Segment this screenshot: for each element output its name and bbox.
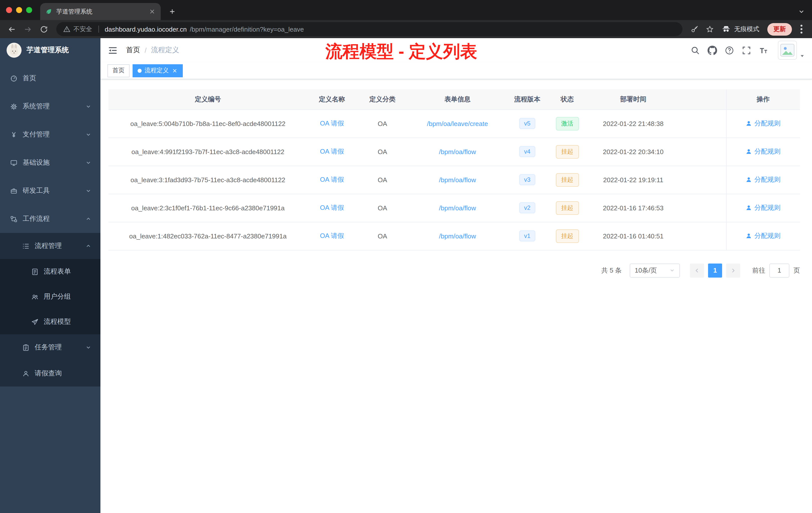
incognito-badge: 无痕模式	[722, 25, 759, 34]
avatar-caret-down-icon[interactable]	[800, 53, 805, 59]
sidebar-item-process-form[interactable]: 流程表单	[0, 259, 100, 284]
tab-search-chevron-icon[interactable]	[798, 8, 805, 15]
version-badge: v4	[519, 146, 535, 157]
navbar-actions	[691, 41, 805, 60]
tag-active-dot	[138, 68, 142, 72]
window-close-button[interactable]	[6, 7, 12, 13]
chevron-up-icon	[85, 243, 91, 249]
form-info-link[interactable]: /bpm/oa/leave/create	[427, 120, 488, 127]
sidebar-item-dev-tools[interactable]: 研发工具	[0, 177, 100, 205]
reload-icon	[39, 25, 48, 33]
version-badge: v5	[519, 118, 535, 129]
url-host: dashboard.yudao.iocoder.cn	[105, 25, 187, 33]
page-size-select[interactable]: 10条/页	[630, 263, 680, 277]
page-content: 定义编号定义名称定义分类表单信息流程版本状态部署时间操作 oa_leave:5:…	[100, 79, 812, 513]
definition-name-link[interactable]: OA 请假	[320, 204, 344, 211]
sidebar-item-workflow[interactable]: 工作流程	[0, 205, 100, 233]
deploy-time: 2022-01-22 21:48:38	[603, 120, 663, 127]
deploy-time: 2022-01-16 17:46:53	[603, 204, 663, 212]
definition-name-link[interactable]: OA 请假	[320, 148, 344, 155]
url-path: /bpm/manager/definition?key=oa_leave	[190, 25, 304, 33]
navbar: 首页 / 流程定义 流程模型 - 定义列表	[100, 38, 812, 62]
sidebar-item-process-management[interactable]: 流程管理	[0, 233, 100, 259]
browser-tab[interactable]: 芋道管理系统	[40, 3, 161, 20]
user-avatar-menu[interactable]	[778, 41, 805, 60]
plus-icon	[169, 8, 176, 15]
user-filled-icon	[746, 233, 752, 239]
tag-close-icon[interactable]	[172, 67, 178, 73]
table-cell-filler	[680, 138, 726, 165]
form-info-link[interactable]: /bpm/oa/flow	[439, 148, 476, 155]
form-info-link[interactable]: /bpm/oa/flow	[439, 176, 476, 183]
password-key-button[interactable]	[688, 22, 701, 36]
assign-rule-link[interactable]: 分配规则	[746, 119, 781, 128]
definition-name-link[interactable]: OA 请假	[320, 119, 344, 127]
toolbox-icon	[10, 187, 18, 194]
sidebar-item-process-model[interactable]: 流程模型	[0, 309, 100, 334]
definition-category: OA	[378, 232, 387, 240]
sidebar-item-system-management[interactable]: 系统管理	[0, 92, 100, 120]
back-button[interactable]	[4, 22, 19, 37]
window-minimize-button[interactable]	[16, 7, 22, 13]
sidebar-item-user-group[interactable]: 用户分组	[0, 284, 100, 309]
definition-id: oa_leave:3:1fad3d93-7b75-11ec-a3c8-acde4…	[130, 176, 285, 183]
new-tab-button[interactable]	[166, 5, 179, 18]
breadcrumb-home[interactable]: 首页	[126, 46, 140, 55]
table-row: oa_leave:5:004b710b-7b8a-11ec-8ef0-acde4…	[109, 110, 800, 138]
user-filled-icon	[746, 177, 752, 183]
form-info-link[interactable]: /bpm/oa/flow	[439, 232, 476, 240]
sidebar-item-label: 基础设施	[23, 158, 50, 167]
forward-button[interactable]	[20, 22, 35, 37]
search-icon[interactable]	[691, 46, 700, 55]
bookmark-star-button[interactable]	[702, 22, 717, 36]
hamburger-icon[interactable]	[108, 45, 118, 56]
assign-rule-link[interactable]: 分配规则	[746, 232, 781, 240]
form-info-link[interactable]: /bpm/oa/flow	[439, 204, 476, 212]
assign-rule-link[interactable]: 分配规则	[746, 147, 781, 156]
definition-name-link[interactable]: OA 请假	[320, 176, 344, 183]
browser-tab-strip: 芋道管理系统	[0, 0, 812, 20]
help-question-icon[interactable]	[725, 46, 734, 55]
definition-name-link[interactable]: OA 请假	[320, 232, 344, 239]
goto-page-input[interactable]	[769, 263, 789, 277]
page-unit-label: 页	[793, 266, 800, 275]
chevron-down-icon	[85, 103, 91, 110]
sidebar-item-task-management[interactable]: 任务管理	[0, 334, 100, 360]
assign-rule-label: 分配规则	[754, 232, 781, 240]
window-zoom-button[interactable]	[26, 7, 32, 13]
reload-button[interactable]	[36, 22, 51, 37]
dashboard-icon	[10, 74, 18, 82]
pagination: 共 5 条 10条/页 1 前往 页	[109, 263, 800, 277]
incognito-label: 无痕模式	[734, 25, 759, 33]
assign-rule-label: 分配规则	[754, 203, 781, 212]
tab-close-icon[interactable]	[149, 8, 156, 15]
fullscreen-icon[interactable]	[742, 46, 751, 55]
assign-rule-link[interactable]: 分配规则	[746, 175, 781, 184]
user-filled-icon	[746, 120, 752, 126]
next-page-button[interactable]	[726, 263, 740, 277]
sidebar-item-leave-query[interactable]: 请假查询	[0, 360, 100, 387]
chevron-down-icon	[85, 160, 91, 165]
incognito-icon	[722, 25, 731, 34]
definition-id: oa_leave:4:991f2193-7b7f-11ec-a3c8-acde4…	[131, 148, 284, 155]
sidebar-item-label: 流程模型	[44, 317, 71, 326]
assign-rule-link[interactable]: 分配规则	[746, 203, 781, 212]
browser-update-button[interactable]: 更新	[767, 23, 792, 35]
column-header: 表单信息	[408, 89, 507, 110]
font-size-icon[interactable]	[759, 46, 768, 55]
update-label: 更新	[773, 25, 786, 33]
gear-icon	[10, 103, 18, 110]
tags-view-tag-1[interactable]: 首页	[108, 64, 129, 77]
sidebar-item-infrastructure[interactable]: 基础设施	[0, 149, 100, 177]
page-size-value: 10条/页	[635, 266, 657, 275]
logo-title: 芋道管理系统	[27, 46, 69, 55]
address-bar[interactable]: 不安全 dashboard.yudao.iocoder.cn /bpm/mana…	[56, 22, 683, 36]
github-icon[interactable]	[707, 46, 717, 55]
clipboard-icon	[22, 343, 30, 351]
page-1-button[interactable]: 1	[708, 263, 722, 277]
tags-view-tag-2[interactable]: 流程定义	[133, 64, 183, 77]
browser-menu-kebab-icon[interactable]	[796, 24, 807, 35]
prev-page-button[interactable]	[690, 263, 704, 277]
sidebar-item-payment-management[interactable]: 支付管理	[0, 120, 100, 149]
sidebar-item-home[interactable]: 首页	[0, 64, 100, 92]
